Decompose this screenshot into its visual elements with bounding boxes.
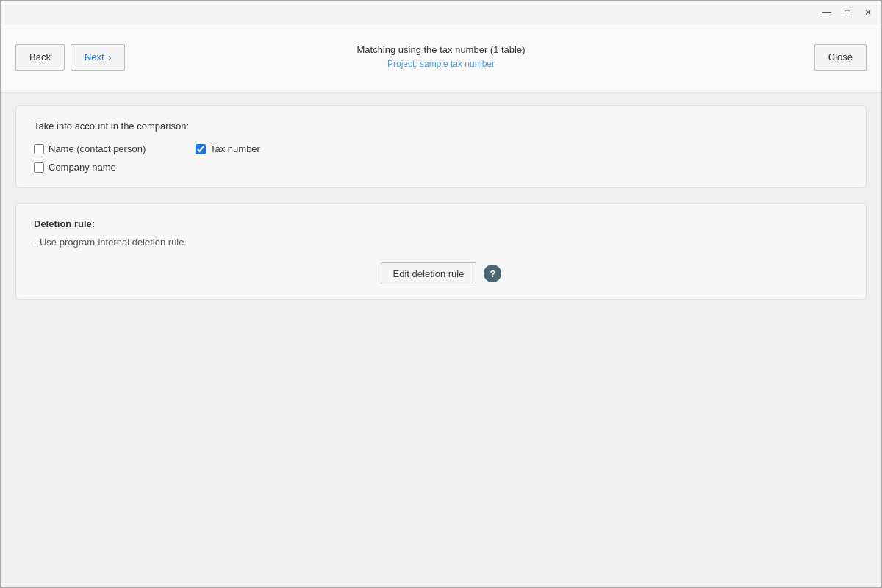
titlebar-close-button[interactable]: ✕	[858, 2, 878, 23]
company-name-checkbox-label[interactable]: Company name	[49, 162, 116, 173]
next-arrow-icon: ›	[108, 51, 112, 63]
minimize-button[interactable]: —	[817, 2, 837, 23]
maximize-button[interactable]: □	[837, 2, 858, 23]
next-label: Next	[85, 51, 104, 62]
deletion-rule-panel: Deletion rule: - Use program-internal de…	[15, 203, 867, 300]
checkbox-row-company: Company name	[34, 162, 196, 173]
help-icon[interactable]: ?	[484, 265, 501, 282]
comparison-panel-title: Take into account in the comparison:	[34, 121, 848, 132]
deletion-rule-inner: Deletion rule: - Use program-internal de…	[34, 218, 848, 284]
deletion-rule-description: - Use program-internal deletion rule	[34, 237, 184, 248]
checkbox-grid: Name (contact person) Tax number Company…	[34, 143, 848, 173]
main-window: — □ ✕ Back Next › Matching using the tax…	[0, 0, 882, 588]
deletion-rule-text: - Use program-internal deletion rule	[34, 237, 848, 248]
title-bar: — □ ✕	[1, 1, 881, 24]
deletion-rule-title: Deletion rule:	[34, 218, 848, 229]
project-subtitle: Project: sample tax number	[356, 57, 525, 71]
name-checkbox[interactable]	[34, 144, 44, 154]
toolbar-right: Close	[814, 44, 867, 71]
checkbox-row-tax: Tax number	[196, 143, 848, 154]
checkbox-row-name: Name (contact person)	[34, 143, 196, 154]
next-button[interactable]: Next ›	[71, 44, 125, 71]
empty-cell	[196, 162, 848, 173]
close-button[interactable]: Close	[814, 44, 867, 71]
comparison-panel: Take into account in the comparison: Nam…	[15, 105, 867, 188]
content-area: Take into account in the comparison: Nam…	[1, 90, 881, 587]
back-button[interactable]: Back	[15, 44, 65, 71]
company-name-checkbox[interactable]	[34, 162, 44, 173]
deletion-rule-actions: Edit deletion rule ?	[34, 262, 848, 284]
tax-number-checkbox-label[interactable]: Tax number	[210, 143, 260, 154]
toolbar-center: Matching using the tax number (1 table) …	[356, 43, 525, 72]
toolbar: Back Next › Matching using the tax numbe…	[1, 24, 881, 90]
name-checkbox-label[interactable]: Name (contact person)	[49, 143, 146, 154]
tax-number-checkbox[interactable]	[196, 144, 206, 154]
dialog-title: Matching using the tax number (1 table)	[356, 43, 525, 58]
edit-deletion-rule-button[interactable]: Edit deletion rule	[381, 262, 477, 284]
toolbar-left: Back Next ›	[15, 44, 125, 71]
